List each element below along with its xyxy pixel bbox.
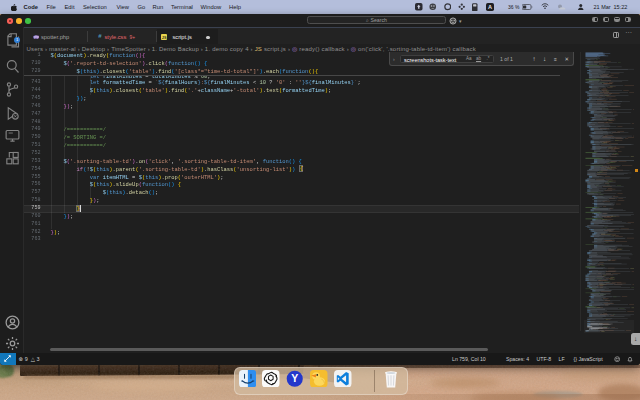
svg-text:Y: Y [291,372,298,384]
svg-text:JS: JS [162,36,167,40]
svg-text:#: # [98,34,102,40]
svg-text:php: php [33,35,38,39]
svg-text:A: A [487,4,491,10]
